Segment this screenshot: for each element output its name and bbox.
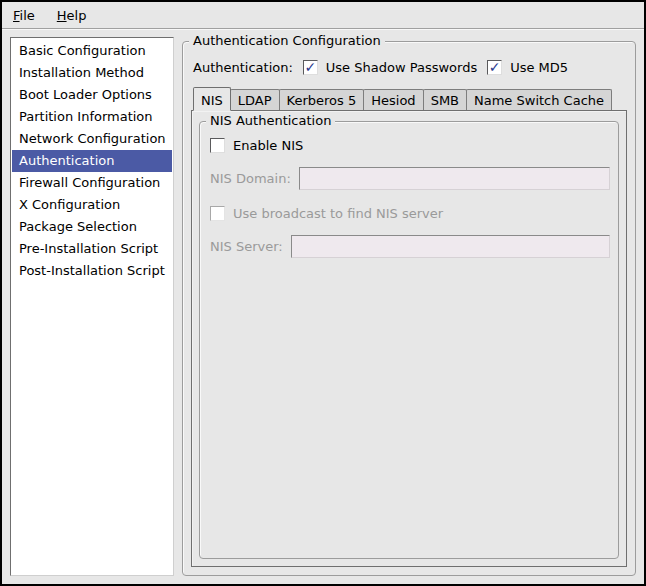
checkbox-box-icon[interactable]: [210, 138, 225, 153]
sidebar-item-firewall-configuration[interactable]: Firewall Configuration: [12, 172, 172, 194]
authentication-configuration-frame: Authentication Configuration Authenticat…: [182, 41, 636, 576]
nis-server-label: NIS Server:: [210, 239, 283, 254]
use-shadow-passwords-checkbox[interactable]: ✓ Use Shadow Passwords: [303, 60, 477, 75]
sidebar-item-authentication[interactable]: Authentication: [12, 150, 172, 172]
tab-hesiod[interactable]: Hesiod: [363, 89, 423, 110]
sidebar-item-boot-loader-options[interactable]: Boot Loader Options: [12, 84, 172, 106]
nis-domain-row: NIS Domain:: [210, 167, 610, 190]
checkbox-box-icon[interactable]: ✓: [303, 60, 318, 75]
config-section-list: Basic ConfigurationInstallation MethodBo…: [10, 37, 174, 576]
enable-nis-label: Enable NIS: [233, 138, 303, 153]
nis-tab-panel: NIS Authentication Enable NIS NIS Domain…: [191, 110, 627, 567]
use-md5-checkbox[interactable]: ✓ Use MD5: [487, 60, 568, 75]
checkbox-box-icon: [210, 206, 225, 221]
use-md5-label: Use MD5: [510, 60, 568, 75]
menubar: File Help: [2, 2, 644, 29]
nis-authentication-frame-title: NIS Authentication: [206, 113, 335, 129]
tab-bar: NISLDAPKerberos 5HesiodSMBName Switch Ca…: [191, 86, 627, 110]
auth-methods-notebook: NISLDAPKerberos 5HesiodSMBName Switch Ca…: [191, 86, 627, 567]
menu-help[interactable]: Help: [52, 5, 92, 26]
menu-file[interactable]: File: [8, 5, 40, 26]
main-content: Basic ConfigurationInstallation MethodBo…: [2, 29, 644, 584]
nis-server-input: [291, 235, 610, 258]
menu-file-label: ile: [20, 8, 35, 23]
nis-domain-label: NIS Domain:: [210, 171, 291, 186]
sidebar-item-network-configuration[interactable]: Network Configuration: [12, 128, 172, 150]
tab-smb[interactable]: SMB: [423, 89, 467, 110]
right-panel: Authentication Configuration Authenticat…: [182, 37, 636, 576]
use-broadcast-label: Use broadcast to find NIS server: [233, 206, 443, 221]
menu-help-mnemonic: H: [57, 8, 67, 23]
sidebar-item-basic-configuration[interactable]: Basic Configuration: [12, 40, 172, 62]
sidebar-item-x-configuration[interactable]: X Configuration: [12, 194, 172, 216]
authentication-row: Authentication: ✓ Use Shadow Passwords ✓…: [193, 54, 627, 80]
use-shadow-passwords-label: Use Shadow Passwords: [326, 60, 477, 75]
nis-domain-input: [299, 167, 610, 190]
sidebar-item-partition-information[interactable]: Partition Information: [12, 106, 172, 128]
checkbox-box-icon[interactable]: ✓: [487, 60, 502, 75]
menu-help-label: elp: [67, 8, 87, 23]
tab-name-switch-cache[interactable]: Name Switch Cache: [466, 89, 612, 110]
authentication-configuration-frame-title: Authentication Configuration: [189, 33, 385, 49]
enable-nis-checkbox[interactable]: Enable NIS: [210, 138, 610, 153]
use-broadcast-checkbox: Use broadcast to find NIS server: [210, 206, 610, 221]
tab-kerberos-5[interactable]: Kerberos 5: [279, 89, 365, 110]
tab-ldap[interactable]: LDAP: [230, 89, 280, 110]
sidebar-item-pre-installation-script[interactable]: Pre-Installation Script: [12, 238, 172, 260]
kickstart-configurator-window: File Help Basic ConfigurationInstallatio…: [0, 0, 646, 586]
sidebar-item-post-installation-script[interactable]: Post-Installation Script: [12, 260, 172, 282]
tab-nis[interactable]: NIS: [193, 87, 231, 111]
nis-authentication-frame: NIS Authentication Enable NIS NIS Domain…: [199, 121, 619, 559]
sidebar-item-installation-method[interactable]: Installation Method: [12, 62, 172, 84]
authentication-label: Authentication:: [193, 60, 293, 75]
nis-server-row: NIS Server:: [210, 235, 610, 258]
sidebar-item-package-selection[interactable]: Package Selection: [12, 216, 172, 238]
